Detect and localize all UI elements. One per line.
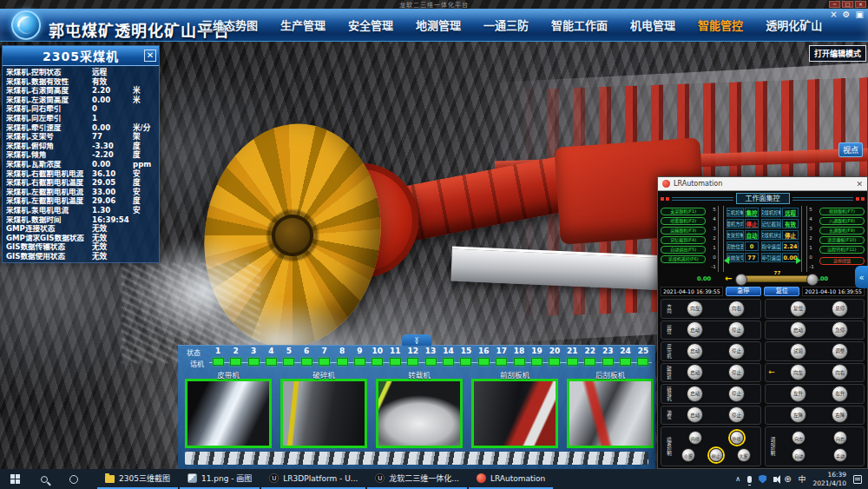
channel-status-square[interactable] <box>262 358 279 366</box>
edit-mode-button[interactable]: 打开编辑模式 <box>809 45 866 62</box>
channel-status-square[interactable] <box>616 358 634 366</box>
emergency-stop-button[interactable]: 急停闭锁 <box>819 257 865 265</box>
channel-status-square[interactable] <box>280 358 298 366</box>
function-button[interactable]: 五通跟机(F9) <box>819 227 865 235</box>
control-button[interactable]: 向左 <box>687 301 703 317</box>
control-button[interactable]: 调整 <box>832 343 848 360</box>
camera-feed[interactable] <box>376 379 463 448</box>
function-button[interactable]: 运输跟机(F3) <box>661 227 706 235</box>
channel-status-square[interactable] <box>351 358 368 366</box>
control-button[interactable]: 停止 <box>728 364 745 380</box>
channel-status-square[interactable] <box>475 358 492 366</box>
control-button[interactable]: 停止 <box>728 386 745 402</box>
close-icon[interactable]: ✕ <box>856 180 863 188</box>
channel-status-square[interactable] <box>582 358 599 366</box>
function-button[interactable]: 喷雾跟机(F2) <box>661 217 706 225</box>
channel-status-square[interactable] <box>245 358 262 366</box>
control-button[interactable]: 试验 <box>790 343 806 360</box>
function-button[interactable]: 视频跟机(F7) <box>819 208 865 215</box>
taskbar-task[interactable]: LR3DPlatform - U... <box>261 469 365 489</box>
function-button[interactable]: 自动调高(F5) <box>661 246 706 254</box>
channel-status-square[interactable] <box>315 358 332 366</box>
channel-status-square[interactable] <box>369 358 386 366</box>
channel-status-square[interactable] <box>510 358 528 366</box>
control-button[interactable]: 启动 <box>790 321 806 338</box>
viewpoint-tab[interactable]: 视点 <box>838 142 863 157</box>
microphone-icon[interactable] <box>747 476 752 483</box>
control-button[interactable]: 复位 <box>790 301 806 317</box>
function-button[interactable]: 记忆截割(F4) <box>661 236 706 244</box>
control-button[interactable]: 停止 <box>709 448 723 462</box>
camera-feed[interactable] <box>567 379 654 448</box>
reset-button[interactable]: 复位 <box>764 287 799 296</box>
nav-item[interactable]: 机电管理 <box>630 17 675 33</box>
control-button[interactable]: 停止 <box>728 406 745 423</box>
control-button[interactable]: 启动 <box>687 321 703 338</box>
camera-feed[interactable] <box>185 379 272 448</box>
timeline-scrubber[interactable] <box>185 452 648 465</box>
channel-status-square[interactable] <box>298 358 315 366</box>
channel-status-square[interactable] <box>493 358 510 366</box>
tools-icon[interactable]: × <box>830 10 837 19</box>
control-button[interactable]: 自动 <box>792 448 806 462</box>
search-button[interactable] <box>30 469 59 489</box>
control-button[interactable]: 内喷 <box>688 431 702 445</box>
taskbar-task[interactable]: 龙软二三维一体化... <box>367 469 467 489</box>
control-button[interactable]: 左升 <box>790 386 806 402</box>
function-button[interactable]: 支架跟机(F1) <box>661 208 706 215</box>
start-button[interactable] <box>0 469 30 489</box>
channel-status-square[interactable] <box>227 358 244 366</box>
ime-indicator[interactable]: 中 <box>799 473 806 485</box>
control-button[interactable]: 启动 <box>687 406 703 423</box>
tray-expand-icon[interactable]: ∧ <box>735 475 740 483</box>
control-button[interactable]: 右升 <box>832 386 848 402</box>
channel-status-square[interactable] <box>439 358 457 366</box>
close-button[interactable]: × <box>855 1 866 8</box>
control-button[interactable]: 停止 <box>728 343 745 360</box>
control-button[interactable]: 启动 <box>687 364 703 380</box>
control-button[interactable]: 向左 <box>792 431 806 445</box>
channel-status-square[interactable] <box>635 358 652 366</box>
security-shield-icon[interactable] <box>759 475 766 484</box>
nav-item[interactable]: 三维态势图 <box>201 17 258 33</box>
channel-status-square[interactable] <box>546 358 563 366</box>
channel-status-square[interactable] <box>528 358 545 366</box>
taskbar-task[interactable]: 11.png - 画图 <box>180 469 260 489</box>
taskbar-task[interactable]: 2305三维截图 <box>97 469 178 489</box>
channel-status-square[interactable] <box>422 358 439 366</box>
minimize-button[interactable]: ─ <box>829 1 840 8</box>
control-button[interactable]: 外喷 <box>730 431 744 445</box>
channel-status-square[interactable] <box>563 358 581 366</box>
control-button[interactable]: 大雾 <box>737 448 751 462</box>
function-button[interactable]: 语音播报(F10) <box>819 236 865 244</box>
channel-status-square[interactable] <box>457 358 475 366</box>
camera-feed[interactable] <box>280 379 367 448</box>
nav-item[interactable]: 安全管理 <box>348 17 393 33</box>
collapse-down-icon[interactable]: ∨∨ <box>402 334 431 346</box>
control-button[interactable]: 向右 <box>832 364 848 380</box>
control-button[interactable]: 启动 <box>687 386 703 402</box>
control-button[interactable]: 右降 <box>832 406 848 423</box>
nav-item[interactable]: 透明化矿山 <box>766 17 822 33</box>
control-button[interactable]: 手动 <box>833 448 847 462</box>
shearer-position-slider[interactable]: 77 <box>740 275 813 282</box>
channel-status-square[interactable] <box>333 358 351 366</box>
restore-window-icon[interactable]: ▣ <box>856 10 864 19</box>
maximize-button[interactable]: □ <box>842 1 853 8</box>
control-button[interactable]: 向右 <box>728 301 745 317</box>
control-button[interactable]: 总停 <box>832 301 848 317</box>
function-button[interactable]: 采煤机遥控(F6) <box>661 255 706 263</box>
clock[interactable]: 16:39 2021/4/10 <box>813 471 846 488</box>
notification-center-icon[interactable] <box>853 475 862 484</box>
nav-item[interactable]: 地测管理 <box>416 17 461 33</box>
channel-status-square[interactable] <box>404 358 421 366</box>
task-view-button[interactable] <box>59 469 89 489</box>
channel-status-square[interactable] <box>209 358 227 366</box>
channel-status-square[interactable] <box>599 358 616 366</box>
control-button[interactable]: 停止 <box>728 321 745 338</box>
network-icon[interactable]: ⊕ <box>784 475 791 484</box>
control-button[interactable]: 启动 <box>687 343 703 360</box>
nav-item[interactable]: 生产管理 <box>280 17 326 33</box>
control-button[interactable]: 小雾 <box>681 448 695 462</box>
taskbar-task[interactable]: LRAutomation <box>469 469 553 489</box>
